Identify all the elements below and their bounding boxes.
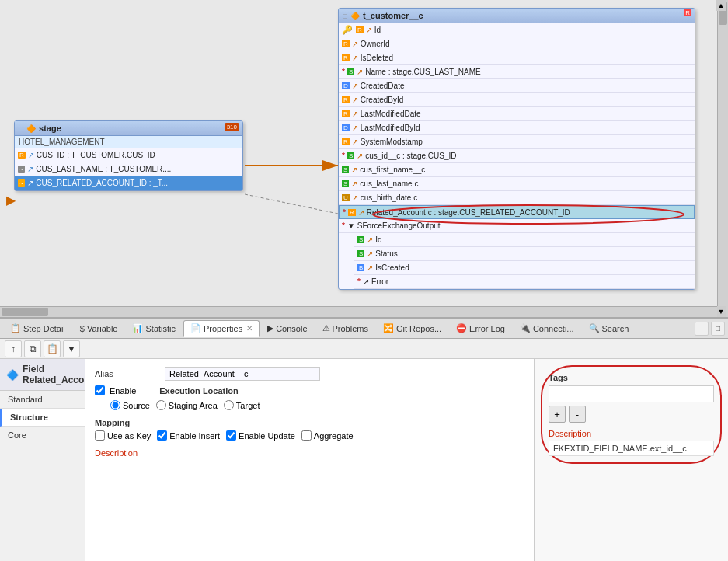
tc-row-cusln[interactable]: S ↗ cus_last_name c — [339, 177, 695, 191]
bottom-panel: 📋 Step Detail $ Variable 📊 Statistic 📄 P… — [0, 319, 728, 561]
tab-variable[interactable]: $ Variable — [73, 320, 125, 337]
enable-insert-label[interactable]: Enable Insert — [157, 430, 220, 441]
tcustomer-title: t_customer__c — [363, 11, 423, 20]
toolbar-btn-1[interactable]: ↑ — [5, 340, 22, 357]
stage-row-1[interactable]: R ↗ CUS_ID : T_CUSTOMER.CUS_ID — [15, 148, 242, 162]
enable-checkbox[interactable] — [95, 385, 105, 395]
arrow-cusfn: ↗ — [351, 166, 357, 174]
canvas-scrollbar-vertical[interactable]: ▲ ▼ — [717, 0, 728, 317]
tab-bar: 📋 Step Detail $ Variable 📊 Statistic 📄 P… — [0, 319, 728, 339]
arrow-cusbd: ↗ — [352, 193, 358, 202]
asterisk-sfx-error: * — [357, 277, 361, 286]
radio-source[interactable]: Source — [110, 400, 150, 410]
toolbar-btn-2[interactable]: ⧉ — [24, 340, 41, 357]
use-as-key-label[interactable]: Use as Key — [95, 430, 151, 441]
arr-sfx-error: ↗ — [363, 277, 369, 286]
sfx-iscreated[interactable]: B ↗ IsCreated — [354, 261, 695, 275]
s-badge-name: S — [347, 68, 354, 75]
toolbar-btn-4[interactable]: ▼ — [63, 340, 80, 357]
radio-staging[interactable]: Staging Area — [156, 400, 218, 410]
tc-row-sfx[interactable]: * ▼ SForceExchangeOutput R — [339, 219, 695, 233]
tc-row-name[interactable]: * S ↗ Name : stage.CUS_LAST_NAME — [339, 65, 695, 79]
tc-row-cusfn[interactable]: S ↗ cus_first_name__c — [339, 163, 695, 177]
tab-search[interactable]: 🔍 Search — [582, 320, 636, 337]
field-header: 🔷 Field Related_Account_c — [0, 359, 85, 391]
tab-console[interactable]: ▶ Console — [260, 320, 314, 337]
minimize-btn[interactable]: — — [695, 322, 709, 336]
tab-statistic[interactable]: 📊 Statistic — [125, 320, 183, 337]
arrow-cbi: ↗ — [352, 96, 358, 104]
r-badge-del: R — [342, 54, 350, 61]
tab-properties[interactable]: 📄 Properties ✕ — [183, 320, 260, 337]
sidebar-tab-core[interactable]: Core — [0, 427, 85, 444]
tab-step-detail[interactable]: 📋 Step Detail — [3, 320, 72, 337]
radio-target[interactable]: Target — [224, 400, 260, 410]
tab-problems[interactable]: ⚠ Problems — [315, 320, 375, 337]
r-badge-rel: R — [348, 209, 356, 216]
radio-staging-input[interactable] — [156, 400, 166, 410]
tab-git[interactable]: 🔀 Git Repos... — [376, 320, 448, 337]
content-area: 🔷 Field Related_Account_c Standard Struc… — [0, 359, 728, 561]
aggregate-label[interactable]: Aggregate — [301, 430, 354, 441]
alias-input[interactable] — [165, 367, 320, 381]
alias-row: Alias — [95, 367, 524, 381]
tc-row-createddate[interactable]: D ↗ CreatedDate — [339, 79, 695, 93]
enable-update-label[interactable]: Enable Update — [226, 430, 295, 441]
tc-row-ownerid[interactable]: R ↗ OwnerId — [339, 37, 695, 51]
stage-node-header: □ 🔶 stage 310 — [15, 121, 242, 136]
tags-remove-btn[interactable]: - — [569, 406, 586, 423]
alias-label: Alias — [95, 369, 157, 378]
tc-row-createdbyid[interactable]: R ↗ CreatedById — [339, 93, 695, 107]
maximize-btn[interactable]: □ — [711, 322, 725, 336]
scroll-up-btn[interactable]: ▲ — [716, 0, 726, 11]
fk-label: Description — [549, 429, 714, 438]
stage-row-3[interactable]: ~ ↗ CUS_RELATED_ACCOUNT_ID : _T... — [15, 176, 242, 190]
sfx-id[interactable]: S ↗ Id — [354, 233, 695, 247]
tc-row-cusbd[interactable]: U ↗ cus_birth_date c — [339, 191, 695, 205]
error-log-icon: ⛔ — [456, 323, 467, 333]
sidebar-tab-structure[interactable]: Structure — [0, 409, 85, 427]
mapping-label: Mapping — [95, 418, 524, 427]
tc-row-id[interactable]: 🔑 R ↗ Id — [339, 23, 695, 37]
enable-update-cb[interactable] — [226, 430, 236, 441]
tc-row-lastmoddate[interactable]: R ↗ LastModifiedDate — [339, 107, 695, 121]
step-detail-icon: 📋 — [10, 323, 21, 333]
tags-add-btn[interactable]: + — [549, 406, 566, 423]
sidebar-tab-standard[interactable]: Standard — [0, 391, 85, 409]
tc-row-cusid[interactable]: * S ↗ cus_id__c : stage.CUS_ID — [339, 149, 695, 163]
tab-close-x[interactable]: ✕ — [246, 324, 253, 333]
s-badge-cusln: S — [342, 180, 349, 187]
r-badge-lmd: R — [342, 110, 350, 117]
tc-lastmoddate-text: LastModifiedDate — [361, 110, 421, 118]
scroll-thumb-h[interactable] — [2, 308, 48, 316]
left-arrow-indicator: ▶ — [6, 193, 16, 207]
canvas-scrollbar-horizontal[interactable] — [0, 306, 717, 317]
arrow-sm: ↗ — [352, 138, 358, 146]
tc-row-sysmod[interactable]: R ↗ SystemModstamp — [339, 135, 695, 149]
radio-source-input[interactable] — [110, 400, 120, 410]
tab-error-log[interactable]: ⛔ Error Log — [449, 320, 512, 337]
radio-target-input[interactable] — [224, 400, 234, 410]
sfx-status[interactable]: S ↗ Status — [354, 247, 695, 261]
tc-row-isdeleted[interactable]: R ↗ IsDeleted — [339, 51, 695, 65]
sidebar-tabs: Standard Structure Core — [0, 391, 85, 444]
tags-input[interactable] — [549, 385, 714, 402]
s-sfx-id: S — [357, 236, 364, 243]
enable-insert-cb[interactable] — [157, 430, 167, 441]
scroll-down-btn[interactable]: ▼ — [716, 306, 726, 317]
tc-row-related[interactable]: * R ↗ Related_Account c : stage.CUS_RELA… — [339, 205, 695, 219]
toolbar-btn-3[interactable]: 📋 — [44, 340, 61, 357]
stage-row-2[interactable]: ~ ↗ CUS_LAST_NAME : T_CUSTOMER.... — [15, 162, 242, 176]
tc-row-lastmodbyid[interactable]: D ↗ LastModifiedById — [339, 121, 695, 135]
sfx-error[interactable]: * ↗ Error — [354, 275, 695, 289]
mapping-section: Mapping Use as Key Enable Insert Enable … — [95, 418, 524, 441]
tc-cusln-text: cus_last_name c — [360, 179, 418, 188]
arrow-rel: ↗ — [358, 208, 364, 217]
use-as-key-cb[interactable] — [95, 430, 105, 441]
tags-buttons: + - — [549, 406, 714, 423]
arrow-owner: ↗ — [352, 40, 358, 48]
asterisk-sfx: * — [342, 221, 345, 230]
tab-connecti[interactable]: 🔌 Connecti... — [513, 320, 581, 337]
aggregate-cb[interactable] — [301, 430, 312, 441]
mapping-checkboxes: Use as Key Enable Insert Enable Update A… — [95, 430, 524, 441]
